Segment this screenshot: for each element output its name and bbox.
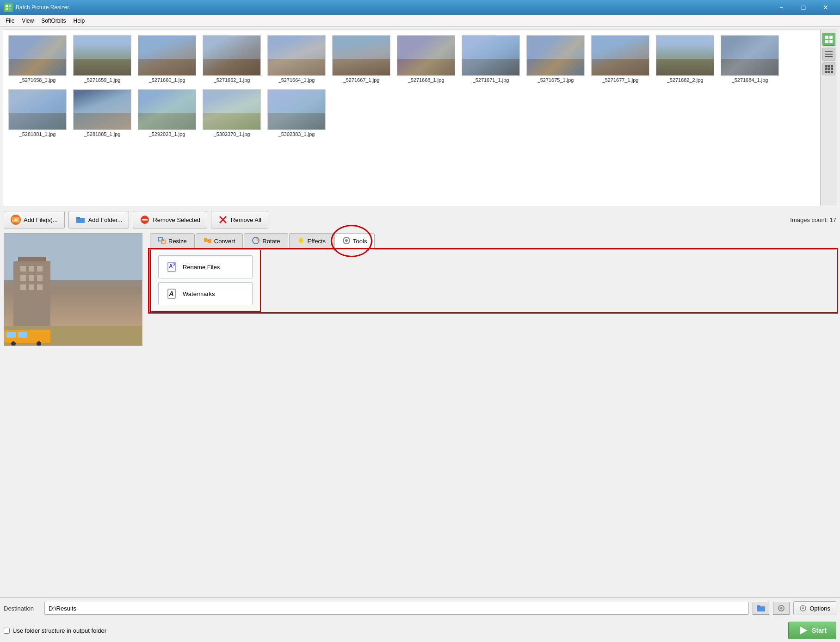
image-area: _5271658_1.jpg _5271659_1.jpg _5271660_1… xyxy=(3,30,837,206)
bottom-section: Resize Convert xyxy=(0,231,840,597)
list-item[interactable]: _5271675_1.jpg xyxy=(525,34,586,84)
svg-rect-52 xyxy=(825,71,828,73)
tab-rotate[interactable]: Rotate xyxy=(244,233,288,249)
tools-panel-wrapper: A 3 Rename Files A Wa xyxy=(150,250,836,312)
list-item[interactable]: _5271658_1.jpg xyxy=(7,34,68,84)
main-container: _5271658_1.jpg _5271659_1.jpg _5271660_1… xyxy=(0,27,840,642)
list-item[interactable]: _5271682_2.jpg xyxy=(655,34,716,84)
destination-browse-button[interactable] xyxy=(753,602,769,615)
svg-rect-32 xyxy=(74,113,131,130)
list-item[interactable]: _5271659_1.jpg xyxy=(72,34,133,84)
svg-rect-106 xyxy=(757,605,760,607)
remove-selected-icon xyxy=(140,215,150,225)
svg-rect-38 xyxy=(268,113,326,130)
svg-rect-3 xyxy=(6,8,8,10)
image-label: _5271668_1.jpg xyxy=(408,77,445,83)
svg-rect-8 xyxy=(74,59,131,76)
add-folder-label: Add Folder... xyxy=(88,216,123,223)
list-item[interactable]: _5271667_1.jpg xyxy=(331,34,392,84)
remove-all-button[interactable]: Remove All xyxy=(211,211,268,228)
start-button[interactable]: Start xyxy=(788,622,836,639)
svg-rect-71 xyxy=(29,275,34,281)
list-item[interactable]: _5292023_1.jpg xyxy=(136,88,198,138)
svg-rect-67 xyxy=(20,266,26,272)
svg-rect-1 xyxy=(6,5,8,7)
image-label: _5271660_1.jpg xyxy=(149,77,185,83)
remove-all-icon xyxy=(218,215,228,225)
svg-point-95 xyxy=(345,239,348,242)
window-controls: − □ ✕ xyxy=(771,1,836,14)
list-item[interactable]: _5271671_1.jpg xyxy=(460,34,521,84)
svg-rect-4 xyxy=(9,8,11,10)
svg-rect-75 xyxy=(37,284,43,290)
list-item[interactable]: _5281881_1.jpg xyxy=(7,88,68,138)
svg-rect-51 xyxy=(831,68,833,70)
list-item[interactable]: _5281885_1.jpg xyxy=(72,88,133,138)
image-label: _5271677_1.jpg xyxy=(602,77,639,83)
maximize-button[interactable]: □ xyxy=(793,1,814,14)
list-item[interactable]: _5302370_1.jpg xyxy=(201,88,262,138)
svg-rect-31 xyxy=(74,90,131,113)
tab-convert-label: Convert xyxy=(214,238,235,245)
image-grid[interactable]: _5271658_1.jpg _5271659_1.jpg _5271660_1… xyxy=(3,30,820,206)
image-label: _5271664_1.jpg xyxy=(278,77,315,83)
svg-line-92 xyxy=(303,238,303,239)
watermarks-button[interactable]: A Watermarks xyxy=(158,282,253,305)
svg-rect-43 xyxy=(825,51,833,52)
tab-convert[interactable]: Convert xyxy=(196,233,243,249)
svg-rect-68 xyxy=(29,266,34,272)
list-item[interactable]: _5271664_1.jpg xyxy=(266,34,327,84)
svg-rect-30 xyxy=(9,113,67,130)
folder-structure-checkbox[interactable] xyxy=(4,628,10,634)
list-item[interactable]: _5271677_1.jpg xyxy=(590,34,651,84)
svg-rect-25 xyxy=(656,36,714,59)
svg-rect-17 xyxy=(397,36,455,59)
menu-file[interactable]: File xyxy=(2,16,18,25)
svg-rect-16 xyxy=(333,59,390,76)
svg-rect-40 xyxy=(829,36,833,39)
svg-text:A: A xyxy=(168,290,174,297)
app-title: Batch Picture Resizer xyxy=(16,4,771,11)
remove-selected-button[interactable]: Remove Selected xyxy=(133,211,207,228)
destination-gear-button[interactable] xyxy=(773,602,790,615)
svg-rect-28 xyxy=(721,59,779,76)
list-view-button[interactable] xyxy=(822,48,835,61)
list-item[interactable]: _5271660_1.jpg xyxy=(136,34,198,84)
image-label: _5302383_1.jpg xyxy=(278,131,315,137)
list-item[interactable]: _5302383_1.jpg xyxy=(266,88,327,138)
tab-effects-label: Effects xyxy=(308,238,326,245)
grid-view-button[interactable] xyxy=(822,62,835,75)
list-item[interactable]: _5271662_1.jpg xyxy=(201,34,262,84)
watermarks-label: Watermarks xyxy=(183,290,215,297)
add-files-button[interactable]: Add File(s)... xyxy=(4,211,65,228)
tab-resize-label: Resize xyxy=(168,238,187,245)
minimize-button[interactable]: − xyxy=(771,1,792,14)
menu-softorbits[interactable]: SoftOrbits xyxy=(37,16,69,25)
images-count: Images count: 17 xyxy=(790,216,836,223)
folder-structure-checkbox-label[interactable]: Use folder structure in output folder xyxy=(4,627,106,634)
list-item[interactable]: _5271684_1.jpg xyxy=(719,34,780,84)
svg-rect-20 xyxy=(462,59,520,76)
image-label: _5271659_1.jpg xyxy=(84,77,121,83)
tab-tools[interactable]: Tools xyxy=(334,233,375,250)
destination-input[interactable] xyxy=(44,602,749,615)
image-label: _5292023_1.jpg xyxy=(149,131,185,137)
svg-rect-18 xyxy=(397,59,455,76)
svg-rect-34 xyxy=(138,113,196,130)
tab-resize[interactable]: Resize xyxy=(150,233,195,249)
menu-view[interactable]: View xyxy=(18,16,37,25)
add-folder-button[interactable]: Add Folder... xyxy=(68,211,130,228)
close-button[interactable]: ✕ xyxy=(815,1,836,14)
gallery-view-button[interactable] xyxy=(822,33,835,46)
rename-files-button[interactable]: A 3 Rename Files xyxy=(158,255,253,278)
options-button[interactable]: Options xyxy=(793,601,836,615)
add-files-label: Add File(s)... xyxy=(24,216,58,223)
list-item[interactable]: _5271668_1.jpg xyxy=(395,34,457,84)
svg-rect-39 xyxy=(825,36,828,39)
rename-files-icon: A 3 xyxy=(166,260,179,273)
menu-help[interactable]: Help xyxy=(70,16,89,25)
tab-effects[interactable]: Effects xyxy=(289,233,334,249)
svg-rect-59 xyxy=(76,217,80,219)
tools-tab-wrapper: Tools xyxy=(334,233,376,249)
svg-rect-36 xyxy=(203,113,261,130)
